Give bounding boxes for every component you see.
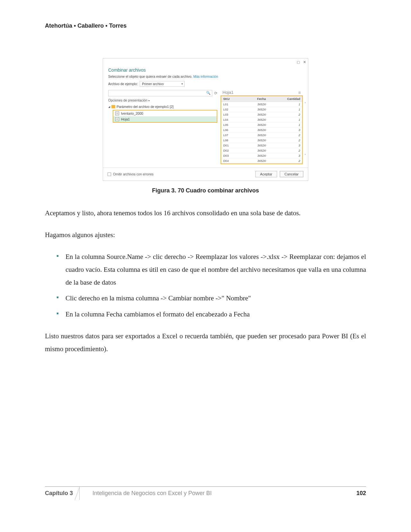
example-file-label: Archivo de ejemplo:: [108, 82, 138, 86]
footer-page-number: 102: [350, 487, 366, 500]
tree-folder-root[interactable]: ◢ Parámetro del archivo de ejemplo1 [2]: [108, 104, 217, 109]
skip-errors-checkbox[interactable]: [108, 173, 111, 176]
combine-files-dialog: ▢ ✕ Combinar archivos Seleccione el obje…: [103, 58, 308, 181]
skip-errors-label: Omitir archivos con errores: [113, 172, 153, 176]
preview-table: SKU Fecha Cantidad L01365261L02365261L03…: [221, 96, 302, 164]
page-header-authors: Atehortúa • Caballero • Torres: [45, 22, 366, 29]
figure-caption: Figura 3. 70 Cuadro combinar archivos: [45, 187, 366, 194]
body-p1: Aceptamos y listo, ahora tenemos todos l…: [45, 207, 366, 220]
body-p3: Listo nuestros datos para ser exportados…: [45, 330, 366, 356]
chevron-down-icon: ▾: [181, 82, 183, 85]
accept-button[interactable]: Aceptar: [255, 171, 277, 177]
table-row: L08365262: [221, 138, 302, 143]
table-row: D01365263: [221, 143, 302, 148]
bullet-1: En la columna Source.Name -> clic derech…: [57, 251, 366, 289]
more-info-link[interactable]: Más información: [193, 75, 218, 78]
footer-book-title: Inteligencia de Negocios con Excel y Pow…: [89, 487, 350, 500]
example-file-select[interactable]: Primer archivo ▾: [140, 81, 185, 87]
table-row: L07365262: [221, 133, 302, 138]
tree-expand-icon: ◢: [108, 105, 110, 108]
table-row: D04365262: [221, 158, 302, 164]
table-row: L01365261: [221, 102, 302, 107]
sheet-icon: [115, 117, 119, 121]
table-row: D03365263: [221, 153, 302, 158]
body-p2: Hagamos algunos ajustes:: [45, 229, 366, 242]
search-icon: 🔍: [206, 91, 211, 95]
scroll-down-icon[interactable]: ˅: [304, 154, 306, 157]
col-cantidad: Cantidad: [268, 96, 302, 102]
tree-item-hoja1[interactable]: Hoja1: [113, 116, 217, 122]
tree-item-inventario[interactable]: lventario_2000: [113, 111, 217, 116]
table-row: L05365261: [221, 122, 302, 128]
dialog-subtitle: Seleccione el objeto que quiera extraer …: [108, 75, 303, 78]
window-close-icon[interactable]: ✕: [303, 60, 306, 64]
preview-title: Hoja1: [223, 90, 233, 95]
page-footer: Capítulo 3 Inteligencia de Negocios con …: [45, 486, 366, 500]
bullet-2: Clic derecho en la misma columna -> Camb…: [57, 292, 366, 305]
document-icon: 🗎: [298, 91, 302, 94]
window-maximize-icon[interactable]: ▢: [297, 60, 300, 64]
col-sku: SKU: [221, 96, 242, 102]
footer-chapter: Capítulo 3: [45, 487, 80, 500]
col-fecha: Fecha: [242, 96, 268, 102]
table-row: L02365261: [221, 107, 302, 112]
display-options-toggle[interactable]: Opciones de presentación ▾: [108, 98, 217, 102]
refresh-icon[interactable]: ⟳: [214, 91, 217, 95]
scroll-up-icon[interactable]: ˄: [304, 102, 306, 105]
cancel-button[interactable]: Cancelar: [280, 171, 303, 177]
search-input[interactable]: 🔍: [108, 90, 212, 96]
table-row: L06365263: [221, 128, 302, 133]
preview-table-box: SKU Fecha Cantidad L01365261L02365261L03…: [221, 95, 303, 164]
table-row: D02365262: [221, 148, 302, 153]
bullet-3: En la columna Fecha cambiamos el formato…: [57, 308, 366, 321]
table-row: L04365261: [221, 117, 302, 122]
dialog-title: Combinar archivos: [108, 67, 303, 73]
folder-icon: [111, 105, 115, 108]
table-row: L03365262: [221, 112, 302, 117]
sheet-icon: [115, 111, 119, 115]
